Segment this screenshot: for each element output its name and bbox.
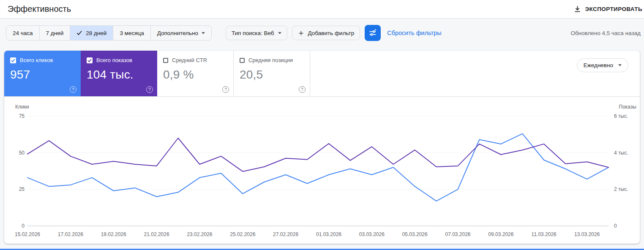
svg-text:01.03.2026: 01.03.2026 bbox=[316, 231, 341, 237]
checkbox-unchecked-icon[interactable] bbox=[240, 58, 245, 63]
add-filter-label: Добавить фильтр bbox=[308, 30, 355, 36]
export-label: ЭКСПОРТИРОВАТЬ bbox=[585, 6, 642, 12]
svg-text:13.03.2026: 13.03.2026 bbox=[574, 231, 600, 237]
clicks-impressions-line-chart[interactable]: 75502506 тыс.4 тыс.2 тыс.0КликиПоказы15.… bbox=[4, 102, 640, 242]
chevron-down-icon bbox=[202, 32, 205, 34]
help-icon[interactable]: ? bbox=[70, 86, 76, 93]
metric-label-row: Всего показов bbox=[87, 57, 151, 63]
svg-text:4 тыс.: 4 тыс. bbox=[614, 150, 628, 156]
date-range-label: 7 дней bbox=[46, 30, 64, 36]
date-range-3m[interactable]: 3 месяца bbox=[113, 26, 150, 40]
svg-text:25: 25 bbox=[19, 186, 25, 192]
add-filter-button[interactable]: Добавить фильтр bbox=[292, 26, 360, 40]
page-header: Эффективность ЭКСПОРТИРОВАТЬ bbox=[0, 0, 644, 19]
checkbox-unchecked-icon[interactable] bbox=[163, 58, 168, 63]
metric-label: Всего показов bbox=[96, 57, 132, 63]
metric-value: 104 тыс. bbox=[87, 68, 151, 82]
date-range-28d-selected[interactable]: 28 дней bbox=[70, 26, 113, 40]
filter-settings-button[interactable] bbox=[365, 25, 381, 41]
metric-label-row: Средняя позиция bbox=[240, 57, 304, 63]
date-range-more-label: Дополнительно bbox=[157, 30, 198, 36]
date-range-selector: 24 часа 7 дней 28 дней 3 месяца Дополнит… bbox=[6, 25, 212, 41]
metric-value: 957 bbox=[10, 68, 75, 82]
svg-text:0: 0 bbox=[614, 223, 617, 229]
help-icon[interactable]: ? bbox=[146, 86, 153, 93]
date-range-more[interactable]: Дополнительно bbox=[150, 26, 211, 40]
svg-text:09.03.2026: 09.03.2026 bbox=[488, 231, 513, 237]
svg-text:03.03.2026: 03.03.2026 bbox=[359, 231, 385, 237]
svg-text:11.03.2026: 11.03.2026 bbox=[532, 231, 557, 237]
performance-chart-area: 75502506 тыс.4 тыс.2 тыс.0КликиПоказы15.… bbox=[4, 97, 640, 244]
metric-total-clicks[interactable]: Всего кликов 957 ? bbox=[4, 51, 81, 96]
metrics-row: Всего кликов 957 ? Всего показов 104 тыс… bbox=[4, 51, 640, 97]
granularity-dropdown[interactable]: Ежедневно bbox=[577, 58, 628, 72]
date-range-label: 24 часа bbox=[13, 30, 33, 36]
reset-filters-link[interactable]: Сбросить фильтры bbox=[387, 30, 442, 36]
performance-card: Всего кликов 957 ? Всего показов 104 тыс… bbox=[4, 51, 640, 244]
date-range-label: 3 месяца bbox=[120, 30, 144, 36]
svg-text:25.02.2026: 25.02.2026 bbox=[230, 231, 255, 237]
metric-average-ctr[interactable]: Средний CTR 0,9 % ? bbox=[157, 51, 234, 96]
plus-icon bbox=[298, 30, 304, 36]
updated-status-text: Обновлено 4,5 часа назад bbox=[570, 30, 641, 36]
export-button[interactable]: ЭКСПОРТИРОВАТЬ bbox=[570, 3, 643, 16]
metric-label: Всего кликов bbox=[20, 57, 53, 63]
checkbox-checked-icon[interactable] bbox=[87, 57, 93, 63]
granularity-label: Ежедневно bbox=[584, 62, 613, 68]
search-type-label: Тип поиска: Веб bbox=[232, 30, 274, 36]
date-range-7d[interactable]: 7 дней bbox=[39, 26, 70, 40]
metric-label: Средняя позиция bbox=[248, 57, 293, 63]
metric-average-position[interactable]: Средняя позиция 20,5 ? bbox=[234, 51, 310, 96]
svg-text:07.03.2026: 07.03.2026 bbox=[445, 231, 470, 237]
date-range-24h[interactable]: 24 часа bbox=[6, 26, 39, 40]
metric-total-impressions[interactable]: Всего показов 104 тыс. ? bbox=[81, 51, 157, 96]
help-icon[interactable]: ? bbox=[222, 86, 229, 93]
svg-text:6 тыс.: 6 тыс. bbox=[614, 113, 628, 119]
metric-value: 0,9 % bbox=[163, 68, 227, 82]
metric-label-row: Средний CTR bbox=[163, 57, 227, 63]
download-icon bbox=[573, 5, 581, 13]
date-range-label: 28 дней bbox=[86, 30, 106, 36]
metric-label: Средний CTR bbox=[172, 57, 207, 63]
checkbox-checked-icon[interactable] bbox=[10, 57, 16, 63]
help-icon[interactable]: ? bbox=[299, 86, 306, 93]
filter-toolbar: 24 часа 7 дней 28 дней 3 месяца Дополнит… bbox=[6, 25, 641, 41]
metric-label-row: Всего кликов bbox=[10, 57, 75, 63]
page-title: Эффективность bbox=[8, 4, 71, 14]
metric-value: 20,5 bbox=[240, 68, 304, 82]
svg-text:05.03.2026: 05.03.2026 bbox=[402, 231, 428, 237]
check-icon bbox=[76, 30, 82, 35]
chevron-down-icon bbox=[618, 64, 622, 66]
tune-filter-icon bbox=[368, 28, 377, 38]
svg-text:27.02.2026: 27.02.2026 bbox=[273, 231, 298, 237]
svg-text:21.02.2026: 21.02.2026 bbox=[144, 231, 169, 237]
svg-text:15.02.2026: 15.02.2026 bbox=[15, 231, 40, 237]
svg-text:17.02.2026: 17.02.2026 bbox=[58, 231, 83, 237]
svg-text:Показы: Показы bbox=[619, 104, 636, 110]
svg-text:Клики: Клики bbox=[15, 104, 29, 110]
svg-text:19.02.2026: 19.02.2026 bbox=[101, 231, 126, 237]
chevron-down-icon bbox=[278, 32, 281, 34]
svg-text:50: 50 bbox=[19, 150, 25, 156]
svg-text:23.02.2026: 23.02.2026 bbox=[187, 231, 212, 237]
svg-text:2 тыс.: 2 тыс. bbox=[614, 186, 628, 192]
svg-text:75: 75 bbox=[19, 113, 25, 119]
svg-text:0: 0 bbox=[22, 223, 25, 229]
search-type-filter-chip[interactable]: Тип поиска: Веб bbox=[226, 26, 287, 40]
